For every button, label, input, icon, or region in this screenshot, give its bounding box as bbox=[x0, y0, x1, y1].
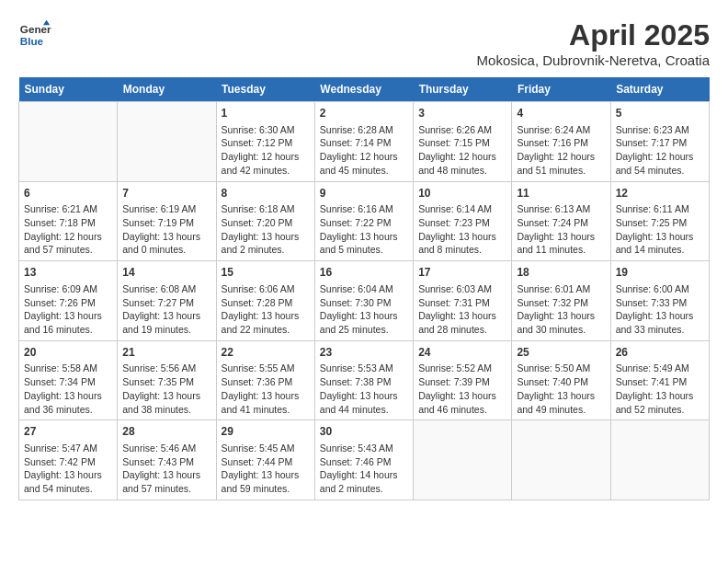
day-number: 21 bbox=[122, 345, 210, 361]
calendar-cell bbox=[610, 420, 709, 500]
day-number: 25 bbox=[517, 345, 605, 361]
calendar-cell: 22Sunrise: 5:55 AMSunset: 7:36 PMDayligh… bbox=[216, 340, 314, 420]
calendar-cell: 16Sunrise: 6:04 AMSunset: 7:30 PMDayligh… bbox=[314, 261, 413, 341]
day-info: Sunrise: 5:45 AMSunset: 7:44 PMDaylight:… bbox=[222, 442, 310, 496]
calendar-cell: 24Sunrise: 5:52 AMSunset: 7:39 PMDayligh… bbox=[414, 340, 512, 420]
day-info: Sunrise: 5:52 AMSunset: 7:39 PMDaylight:… bbox=[418, 362, 506, 416]
day-info: Sunrise: 6:11 AMSunset: 7:25 PMDaylight:… bbox=[616, 202, 704, 257]
day-number: 19 bbox=[616, 265, 704, 281]
day-info: Sunrise: 6:13 AMSunset: 7:24 PMDaylight:… bbox=[517, 202, 605, 257]
calendar-week-4: 20Sunrise: 5:58 AMSunset: 7:34 PMDayligh… bbox=[19, 340, 710, 420]
calendar-cell: 21Sunrise: 5:56 AMSunset: 7:35 PMDayligh… bbox=[118, 340, 216, 420]
day-number: 15 bbox=[222, 265, 310, 281]
svg-text:Blue: Blue bbox=[20, 35, 44, 47]
calendar-cell: 18Sunrise: 6:01 AMSunset: 7:32 PMDayligh… bbox=[512, 261, 610, 341]
day-header-wednesday: Wednesday bbox=[314, 77, 413, 102]
calendar-week-5: 27Sunrise: 5:47 AMSunset: 7:42 PMDayligh… bbox=[19, 420, 710, 500]
calendar-header-row: SundayMondayTuesdayWednesdayThursdayFrid… bbox=[19, 77, 710, 102]
day-info: Sunrise: 5:53 AMSunset: 7:38 PMDaylight:… bbox=[320, 362, 408, 416]
day-header-thursday: Thursday bbox=[414, 77, 512, 102]
calendar-cell: 28Sunrise: 5:46 AMSunset: 7:43 PMDayligh… bbox=[118, 420, 216, 500]
calendar-cell: 27Sunrise: 5:47 AMSunset: 7:42 PMDayligh… bbox=[19, 420, 118, 500]
day-info: Sunrise: 6:06 AMSunset: 7:28 PMDaylight:… bbox=[222, 282, 310, 337]
calendar-cell: 29Sunrise: 5:45 AMSunset: 7:44 PMDayligh… bbox=[216, 420, 314, 500]
day-number: 13 bbox=[24, 265, 112, 281]
day-info: Sunrise: 6:19 AMSunset: 7:19 PMDaylight:… bbox=[122, 202, 210, 257]
day-info: Sunrise: 5:55 AMSunset: 7:36 PMDaylight:… bbox=[222, 362, 310, 416]
calendar-cell: 3Sunrise: 6:26 AMSunset: 7:15 PMDaylight… bbox=[414, 102, 512, 182]
day-header-saturday: Saturday bbox=[610, 77, 709, 102]
calendar-cell: 19Sunrise: 6:00 AMSunset: 7:33 PMDayligh… bbox=[610, 261, 709, 341]
day-info: Sunrise: 6:18 AMSunset: 7:20 PMDaylight:… bbox=[222, 202, 310, 257]
day-number: 4 bbox=[517, 106, 605, 121]
calendar-cell: 15Sunrise: 6:06 AMSunset: 7:28 PMDayligh… bbox=[216, 261, 314, 341]
calendar-cell: 14Sunrise: 6:08 AMSunset: 7:27 PMDayligh… bbox=[118, 261, 216, 341]
day-number: 26 bbox=[616, 345, 704, 361]
day-number: 29 bbox=[222, 424, 310, 440]
page-header: General Blue April 2025 Mokosica, Dubrov… bbox=[18, 18, 710, 68]
day-info: Sunrise: 5:49 AMSunset: 7:41 PMDaylight:… bbox=[616, 362, 704, 416]
day-info: Sunrise: 6:16 AMSunset: 7:22 PMDaylight:… bbox=[320, 202, 408, 257]
calendar-cell: 30Sunrise: 5:43 AMSunset: 7:46 PMDayligh… bbox=[314, 420, 413, 500]
day-number: 2 bbox=[320, 106, 408, 121]
calendar-cell bbox=[414, 420, 512, 500]
day-number: 11 bbox=[517, 186, 605, 201]
calendar-cell: 5Sunrise: 6:23 AMSunset: 7:17 PMDaylight… bbox=[610, 102, 709, 182]
calendar-cell: 11Sunrise: 6:13 AMSunset: 7:24 PMDayligh… bbox=[512, 181, 610, 261]
calendar-cell: 20Sunrise: 5:58 AMSunset: 7:34 PMDayligh… bbox=[19, 340, 118, 420]
day-info: Sunrise: 5:56 AMSunset: 7:35 PMDaylight:… bbox=[122, 362, 210, 416]
title-block: April 2025 Mokosica, Dubrovnik-Neretva, … bbox=[477, 18, 710, 68]
calendar-cell: 13Sunrise: 6:09 AMSunset: 7:26 PMDayligh… bbox=[19, 261, 118, 341]
calendar-cell: 25Sunrise: 5:50 AMSunset: 7:40 PMDayligh… bbox=[512, 340, 610, 420]
calendar-cell bbox=[118, 102, 216, 182]
calendar-week-1: 1Sunrise: 6:30 AMSunset: 7:12 PMDaylight… bbox=[19, 102, 710, 182]
day-info: Sunrise: 5:47 AMSunset: 7:42 PMDaylight:… bbox=[24, 442, 112, 496]
day-number: 5 bbox=[616, 106, 704, 121]
day-info: Sunrise: 6:00 AMSunset: 7:33 PMDaylight:… bbox=[616, 282, 704, 337]
day-number: 28 bbox=[122, 424, 210, 440]
day-info: Sunrise: 6:09 AMSunset: 7:26 PMDaylight:… bbox=[24, 282, 112, 337]
calendar-cell: 10Sunrise: 6:14 AMSunset: 7:23 PMDayligh… bbox=[414, 181, 512, 261]
day-number: 9 bbox=[320, 186, 408, 201]
day-number: 30 bbox=[320, 424, 408, 440]
day-info: Sunrise: 6:30 AMSunset: 7:12 PMDaylight:… bbox=[222, 123, 310, 178]
day-number: 27 bbox=[24, 424, 112, 440]
day-info: Sunrise: 6:21 AMSunset: 7:18 PMDaylight:… bbox=[24, 202, 112, 257]
day-number: 6 bbox=[24, 186, 112, 201]
day-info: Sunrise: 5:50 AMSunset: 7:40 PMDaylight:… bbox=[517, 362, 605, 416]
calendar-cell bbox=[19, 102, 118, 182]
day-header-monday: Monday bbox=[118, 77, 216, 102]
day-number: 7 bbox=[122, 186, 210, 201]
day-number: 1 bbox=[222, 106, 310, 121]
day-number: 14 bbox=[122, 265, 210, 281]
day-info: Sunrise: 6:03 AMSunset: 7:31 PMDaylight:… bbox=[418, 282, 506, 337]
day-number: 10 bbox=[418, 186, 506, 201]
day-info: Sunrise: 5:58 AMSunset: 7:34 PMDaylight:… bbox=[24, 362, 112, 416]
day-info: Sunrise: 5:46 AMSunset: 7:43 PMDaylight:… bbox=[122, 442, 210, 496]
day-number: 23 bbox=[320, 345, 408, 361]
day-info: Sunrise: 6:23 AMSunset: 7:17 PMDaylight:… bbox=[616, 123, 704, 178]
calendar-cell: 8Sunrise: 6:18 AMSunset: 7:20 PMDaylight… bbox=[216, 181, 314, 261]
day-info: Sunrise: 5:43 AMSunset: 7:46 PMDaylight:… bbox=[320, 442, 408, 496]
logo: General Blue bbox=[18, 18, 51, 52]
day-header-friday: Friday bbox=[512, 77, 610, 102]
day-info: Sunrise: 6:28 AMSunset: 7:14 PMDaylight:… bbox=[320, 123, 408, 178]
calendar-cell: 4Sunrise: 6:24 AMSunset: 7:16 PMDaylight… bbox=[512, 102, 610, 182]
calendar-subtitle: Mokosica, Dubrovnik-Neretva, Croatia bbox=[477, 52, 710, 68]
calendar-cell: 26Sunrise: 5:49 AMSunset: 7:41 PMDayligh… bbox=[610, 340, 709, 420]
calendar-cell: 1Sunrise: 6:30 AMSunset: 7:12 PMDaylight… bbox=[216, 102, 314, 182]
day-info: Sunrise: 6:04 AMSunset: 7:30 PMDaylight:… bbox=[320, 282, 408, 337]
calendar-cell: 2Sunrise: 6:28 AMSunset: 7:14 PMDaylight… bbox=[314, 102, 413, 182]
day-number: 8 bbox=[222, 186, 310, 201]
logo-icon: General Blue bbox=[18, 18, 51, 52]
calendar-title: April 2025 bbox=[477, 18, 710, 52]
day-number: 16 bbox=[320, 265, 408, 281]
day-number: 22 bbox=[222, 345, 310, 361]
day-number: 20 bbox=[24, 345, 112, 361]
day-header-sunday: Sunday bbox=[19, 77, 118, 102]
day-info: Sunrise: 6:14 AMSunset: 7:23 PMDaylight:… bbox=[418, 202, 506, 257]
calendar-week-2: 6Sunrise: 6:21 AMSunset: 7:18 PMDaylight… bbox=[19, 181, 710, 261]
day-info: Sunrise: 6:08 AMSunset: 7:27 PMDaylight:… bbox=[122, 282, 210, 337]
calendar-table: SundayMondayTuesdayWednesdayThursdayFrid… bbox=[18, 77, 710, 500]
day-info: Sunrise: 6:26 AMSunset: 7:15 PMDaylight:… bbox=[418, 123, 506, 178]
